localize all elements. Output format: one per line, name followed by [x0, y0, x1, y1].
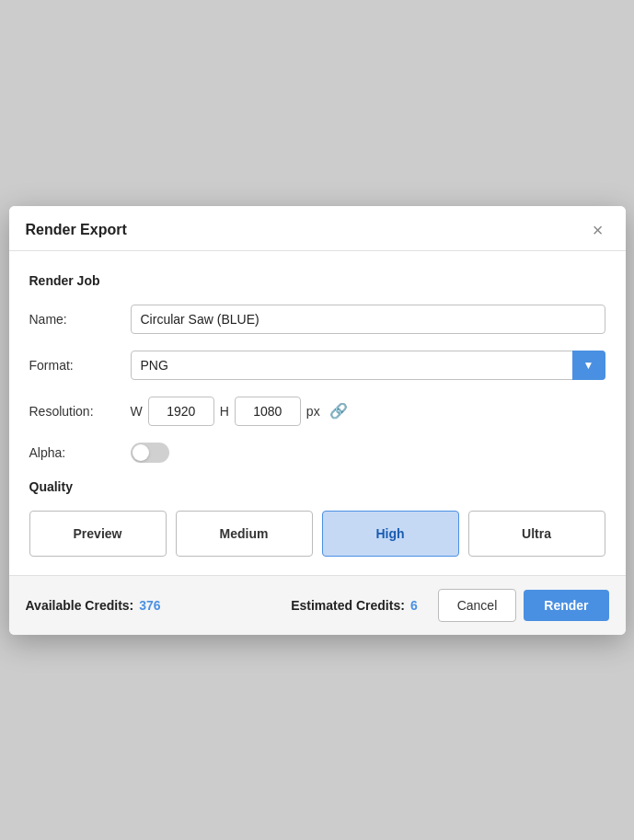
quality-section: Quality Preview Medium High Ultra [29, 479, 605, 557]
name-label: Name: [29, 312, 131, 327]
render-job-section-label: Render Job [29, 273, 605, 288]
dialog-body: Render Job Name: Format: PNG JPEG EXR TI… [9, 251, 626, 575]
dialog-title: Render Export [26, 222, 127, 238]
format-select[interactable]: PNG JPEG EXR TIFF [131, 351, 605, 380]
alpha-toggle-wrap [131, 443, 169, 463]
quality-medium-button[interactable]: Medium [176, 511, 313, 557]
height-label: H [220, 404, 229, 419]
alpha-toggle[interactable] [131, 443, 169, 463]
format-row: Format: PNG JPEG EXR TIFF ▼ [29, 351, 605, 380]
available-credits-value: 376 [139, 598, 160, 613]
format-label: Format: [29, 358, 131, 373]
estimated-credits-section: Estimated Credits: 6 [291, 598, 418, 613]
height-input[interactable] [235, 397, 301, 426]
close-button[interactable]: × [587, 219, 609, 241]
format-dropdown-wrap: PNG JPEG EXR TIFF ▼ [131, 351, 605, 380]
footer-actions: Cancel Render [438, 589, 609, 622]
render-export-dialog: Render Export × Render Job Name: Format:… [9, 206, 626, 635]
dialog-footer: Available Credits: 376 Estimated Credits… [9, 575, 626, 635]
resolution-wrap: W H px 🔗 [131, 397, 348, 426]
quality-preview-button[interactable]: Preview [29, 511, 167, 557]
quality-high-button[interactable]: High [322, 511, 459, 557]
link-icon[interactable]: 🔗 [329, 402, 348, 420]
name-input-wrap [131, 305, 605, 334]
available-credits-label: Available Credits: [26, 598, 134, 613]
resolution-row: Resolution: W H px 🔗 [29, 397, 605, 426]
footer-credits-left: Available Credits: 376 [26, 598, 161, 613]
render-button[interactable]: Render [524, 590, 608, 621]
px-label: px [306, 404, 320, 419]
name-input[interactable] [131, 305, 605, 334]
estimated-credits-value: 6 [410, 598, 418, 613]
quality-section-label: Quality [29, 479, 605, 494]
name-row: Name: [29, 305, 605, 334]
estimated-credits-label: Estimated Credits: [291, 598, 405, 613]
width-input[interactable] [148, 397, 214, 426]
format-select-wrap: PNG JPEG EXR TIFF ▼ [131, 351, 605, 380]
resolution-label: Resolution: [29, 404, 131, 419]
quality-ultra-button[interactable]: Ultra [468, 511, 605, 557]
alpha-label: Alpha: [29, 445, 131, 460]
dialog-header: Render Export × [9, 206, 626, 251]
quality-buttons: Preview Medium High Ultra [29, 511, 605, 557]
cancel-button[interactable]: Cancel [438, 589, 517, 622]
footer-right: Estimated Credits: 6 Cancel Render [291, 589, 608, 622]
width-label: W [131, 404, 143, 419]
alpha-row: Alpha: [29, 443, 605, 463]
